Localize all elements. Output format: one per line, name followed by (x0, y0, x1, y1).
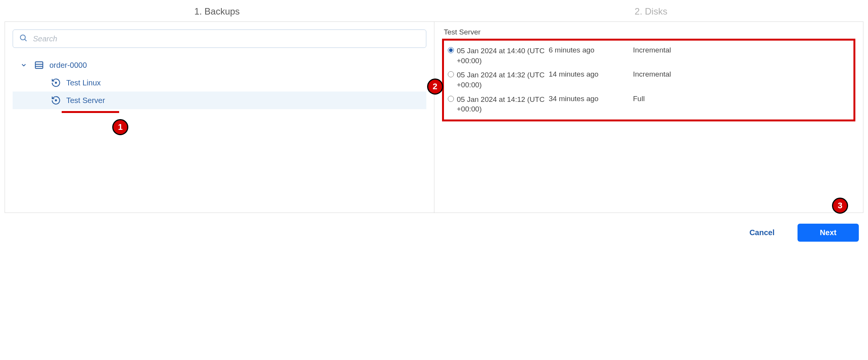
restore-icon (51, 95, 61, 105)
backup-ago: 6 minutes ago (549, 46, 633, 54)
backup-radio[interactable] (448, 47, 454, 53)
panel-title: Test Server (442, 28, 856, 36)
tree-node-parent[interactable]: order-0000 (13, 56, 426, 74)
backup-date: 05 Jan 2024 at 14:12 (UTC +00:00) (457, 95, 549, 114)
tree-node-label: Test Server (66, 96, 105, 105)
svg-rect-2 (35, 62, 43, 68)
backup-ago: 14 minutes ago (549, 70, 633, 79)
backup-date: 05 Jan 2024 at 14:40 (UTC +00:00) (457, 46, 549, 65)
cancel-button[interactable]: Cancel (735, 224, 788, 242)
backup-ago: 34 minutes ago (549, 95, 633, 103)
wizard-step-backups[interactable]: 1. Backups (0, 6, 434, 17)
search-wrapper[interactable] (13, 29, 426, 48)
annotation-badge-1: 1 (112, 119, 128, 135)
backup-type: Full (633, 95, 850, 103)
wizard-steps: 1. Backups 2. Disks (0, 0, 868, 21)
svg-line-1 (25, 39, 27, 41)
backup-tree: order-0000 Test Linux Test Server (13, 56, 426, 109)
tree-node-label: Test Linux (66, 79, 101, 87)
server-icon (34, 60, 44, 70)
backup-radio[interactable] (448, 96, 454, 102)
backup-row[interactable]: 05 Jan 2024 at 14:40 (UTC +00:00) 6 minu… (448, 44, 850, 68)
main-container: order-0000 Test Linux Test Server 1 2 Te… (5, 21, 863, 213)
backup-list: 05 Jan 2024 at 14:40 (UTC +00:00) 6 minu… (442, 39, 856, 121)
backup-radio[interactable] (448, 71, 454, 77)
backup-row[interactable]: 05 Jan 2024 at 14:32 (UTC +00:00) 14 min… (448, 68, 850, 92)
chevron-down-icon (20, 62, 27, 69)
tree-node-child[interactable]: Test Server (13, 92, 426, 109)
svg-point-5 (55, 82, 56, 83)
tree-node-child[interactable]: Test Linux (13, 74, 426, 92)
wizard-step-disks: 2. Disks (434, 6, 868, 17)
annotation-underline (62, 111, 119, 113)
backup-type: Incremental (633, 70, 850, 79)
next-button[interactable]: Next (798, 224, 859, 242)
search-input[interactable] (33, 34, 420, 43)
left-panel: order-0000 Test Linux Test Server 1 2 (5, 22, 434, 213)
backup-type: Incremental (633, 46, 850, 54)
svg-point-0 (20, 35, 25, 40)
right-panel: Test Server 05 Jan 2024 at 14:40 (UTC +0… (434, 22, 863, 213)
backup-date: 05 Jan 2024 at 14:32 (UTC +00:00) (457, 70, 549, 90)
annotation-badge-3: 3 (832, 198, 848, 214)
annotation-badge-2: 2 (427, 79, 443, 95)
backup-row[interactable]: 05 Jan 2024 at 14:12 (UTC +00:00) 34 min… (448, 92, 850, 116)
tree-node-label: order-0000 (49, 61, 87, 70)
footer: Cancel Next 3 (0, 213, 868, 252)
svg-point-6 (55, 100, 56, 101)
search-icon (19, 34, 28, 44)
restore-icon (51, 78, 61, 88)
